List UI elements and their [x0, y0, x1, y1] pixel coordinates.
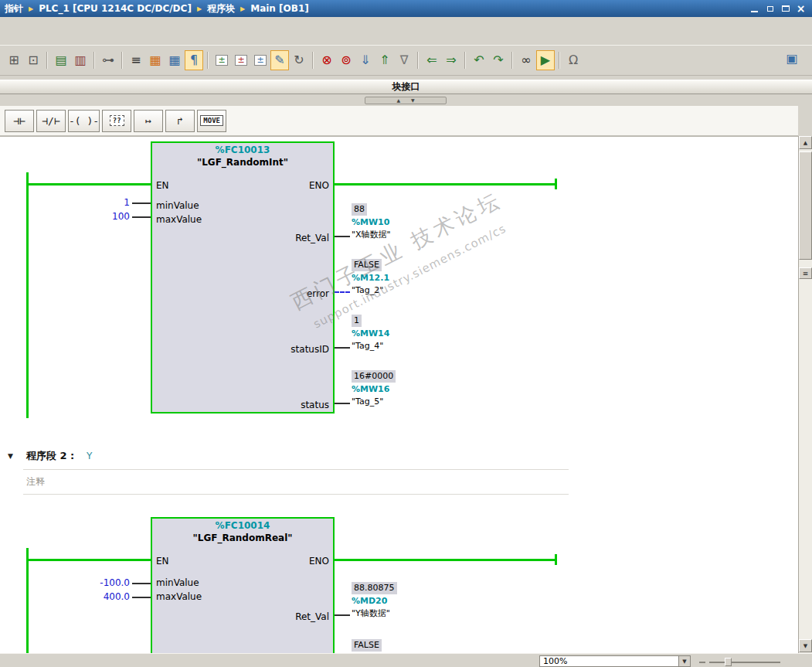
nc-contact-button[interactable]: ⊣/⊢: [36, 110, 66, 132]
restore-button[interactable]: [763, 2, 776, 15]
goto-previous-usage-icon[interactable]: ⇐: [423, 50, 441, 70]
keep-actual-values-icon[interactable]: ⊶: [99, 50, 117, 70]
network-overview-icon[interactable]: ≡: [127, 50, 145, 70]
scrollbar-split-grip[interactable]: ≡: [799, 267, 812, 279]
minimize-button[interactable]: [748, 2, 761, 15]
expand-networks-icon-glyph: ▦: [149, 54, 161, 66]
tia-portal-editor-window: 指针 ▶ PLC_1 [CPU 1214C DC/DC/DC] ▶ 程序块 ▶ …: [0, 0, 812, 667]
breadcrumb-plc[interactable]: PLC_1 [CPU 1214C DC/DC/DC]: [39, 3, 192, 14]
network2-subtitle[interactable]: Y: [87, 451, 92, 461]
zoom-dropdown-button[interactable]: ▼: [678, 656, 690, 666]
close-branch-button-glyph: ↱: [177, 115, 183, 127]
input-wire: [132, 216, 151, 218]
zoom-slider[interactable]: [709, 662, 780, 663]
operand-stack-status[interactable]: 16#0000 %MW16 "Tag_5": [352, 370, 396, 408]
close-all-networks-icon[interactable]: ▥: [71, 50, 90, 70]
keep-actual-values-icon-glyph: ⊶: [102, 54, 114, 66]
breadcrumb-main-ob1[interactable]: Main [OB1]: [250, 3, 309, 14]
breadcrumb-project[interactable]: 指针: [5, 2, 23, 15]
free-form-comments-icon[interactable]: ✎: [270, 50, 289, 70]
jump-forward-icon[interactable]: ↷: [489, 50, 508, 70]
operand-address: %MW14: [352, 328, 389, 340]
insert-network-icon[interactable]: ⊞: [5, 50, 23, 70]
pin-status[interactable]: status: [301, 400, 329, 410]
operand-stack-statusid[interactable]: 1 %MW14 "Tag_4": [352, 315, 389, 352]
input-value-minvalue[interactable]: 1: [77, 197, 130, 208]
input-wire: [132, 597, 151, 598]
enable-enos-icon[interactable]: ⊚: [337, 50, 355, 70]
scroll-down-button[interactable]: ▼: [799, 639, 812, 652]
fb-call-lgf-randomreal[interactable]: %FC10014 "LGF_RandomReal" EN ENO minValu…: [151, 517, 335, 653]
toolbar-separator: [93, 52, 95, 69]
zoom-select[interactable]: 100% ▼: [539, 655, 691, 667]
open-all-networks-icon[interactable]: ▤: [52, 50, 70, 70]
network2-comment[interactable]: 注释: [26, 475, 45, 488]
breadcrumb-arrow-icon: ▶: [29, 5, 33, 12]
load-snapshots-icon[interactable]: ⇓: [356, 50, 375, 70]
divider: [23, 494, 569, 495]
input-value-maxvalue[interactable]: 100: [77, 211, 130, 222]
scrollbar-thumb[interactable]: [799, 151, 812, 260]
initialize-setpoints-icon[interactable]: ∇: [395, 50, 413, 70]
operand-stack-retval[interactable]: 88.80875 %MD20 "Y轴数据": [352, 582, 397, 620]
interface-splitter[interactable]: ▲ ▼: [365, 97, 447, 104]
block-interface-bar[interactable]: 块接口: [0, 80, 812, 94]
operand-display-icon[interactable]: ±: [251, 50, 270, 70]
no-contact-button[interactable]: ⊣⊢: [5, 110, 34, 132]
pin-statusid[interactable]: statusID: [290, 344, 329, 355]
open-branch-button[interactable]: ↦: [134, 110, 163, 132]
input-value-minvalue[interactable]: -100.0: [77, 577, 130, 588]
operand-stack-error[interactable]: FALSE %M12.1 "Tag_2": [352, 259, 389, 297]
toolbar-separator: [417, 52, 419, 69]
zoom-slider-thumb[interactable]: [725, 658, 732, 666]
update-block-calls-icon[interactable]: ↻: [290, 50, 308, 70]
jump-back-icon[interactable]: ↶: [470, 50, 488, 70]
operand-tag: "Tag_2": [352, 284, 383, 297]
pin-minvalue[interactable]: minValue: [156, 200, 199, 211]
power-rail: [26, 172, 29, 418]
insert-empty-box-icon[interactable]: ⊡: [24, 50, 42, 70]
network2-collapse-icon[interactable]: ▼: [8, 452, 13, 460]
collapse-networks-icon[interactable]: ▦: [165, 50, 184, 70]
monitoring-glasses-icon[interactable]: ∞: [517, 50, 535, 70]
fb-call-lgf-randomint[interactable]: %FC10013 "LGF_RandomInt" EN ENO minValue…: [151, 141, 335, 413]
pin-maxvalue[interactable]: maxValue: [156, 591, 202, 602]
operand-stack-retval[interactable]: 88 %MW10 "X轴数据": [352, 203, 391, 241]
pin-retval[interactable]: Ret_Val: [295, 611, 329, 622]
eno-wire: [335, 183, 555, 185]
breadcrumb-program-blocks[interactable]: 程序块: [207, 2, 235, 15]
close-button[interactable]: ×: [794, 2, 807, 15]
expand-networks-icon[interactable]: ▦: [146, 50, 165, 70]
monitor-display-icon[interactable]: ▶: [536, 50, 555, 70]
move-box-button[interactable]: MOVE: [197, 110, 226, 132]
write-protection-icon[interactable]: Ω: [564, 50, 583, 70]
pin-retval[interactable]: Ret_Val: [295, 233, 329, 243]
empty-box-button[interactable]: ??: [102, 110, 131, 132]
lad-editor[interactable]: %FC10013 "LGF_RandomInt" EN ENO minValue…: [0, 136, 798, 653]
scroll-up-button[interactable]: ▲: [799, 136, 812, 149]
block-fc-number: %FC10014: [152, 520, 333, 531]
disable-enos-icon[interactable]: ⊗: [318, 50, 336, 70]
symbolic-operands-icon-glyph: ±: [235, 55, 246, 66]
disable-enos-icon-glyph: ⊗: [321, 54, 331, 66]
goto-next-usage-icon[interactable]: ⇒: [442, 50, 460, 70]
absolute-operands-icon[interactable]: ±: [212, 50, 231, 70]
pin-minvalue[interactable]: minValue: [156, 577, 199, 588]
network-comments-icon[interactable]: ¶: [185, 50, 203, 70]
maximize-button[interactable]: [779, 2, 792, 15]
input-value-maxvalue[interactable]: 400.0: [77, 591, 130, 602]
copy-snapshots-icon[interactable]: ⇑: [375, 50, 394, 70]
vertical-scrollbar[interactable]: ▲ ≡ ▼: [798, 136, 812, 653]
monitor-value: FALSE: [352, 639, 382, 652]
status-bar: 100% ▼: [0, 653, 812, 667]
split-editor-icon[interactable]: ▣: [783, 49, 801, 68]
pin-maxvalue[interactable]: maxValue: [156, 214, 202, 225]
network2-title[interactable]: 程序段 2 :: [26, 449, 74, 463]
eno-wire-end: [555, 179, 557, 189]
operand-stack-error[interactable]: FALSE: [352, 639, 382, 652]
close-branch-button[interactable]: ↱: [165, 110, 195, 132]
pin-eno: ENO: [309, 180, 329, 191]
pin-error[interactable]: error: [307, 288, 329, 299]
symbolic-operands-icon[interactable]: ±: [232, 50, 250, 70]
coil-button[interactable]: -( )-: [68, 110, 100, 132]
